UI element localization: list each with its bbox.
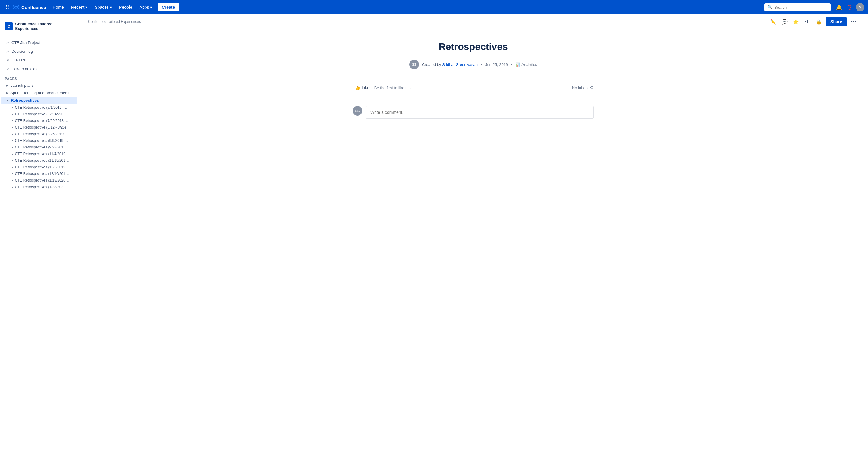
chart-icon: 📊 [516, 62, 520, 67]
like-subtext: Be the first to like this [374, 86, 412, 90]
nav-people[interactable]: People [116, 3, 135, 11]
nav-spaces[interactable]: Spaces ▾ [92, 3, 115, 11]
help-button[interactable]: ❓ [845, 2, 855, 12]
watch-button[interactable]: 👁 [803, 17, 812, 27]
search-box[interactable]: 🔍 [764, 3, 831, 11]
label-icon: 🏷 [590, 85, 594, 90]
sidebar-space-name: Confluence Tailored Experiences [15, 22, 73, 31]
sidebar-page-sprint-planning[interactable]: ▶ Sprint Planning and product meeti... [0, 89, 78, 97]
comment-button[interactable]: 💬 [780, 17, 789, 27]
sidebar-child-10[interactable]: CTE Retrospectives (12/16/201… [0, 170, 78, 177]
star-button[interactable]: ⭐ [791, 17, 801, 27]
breadcrumb-bar: Confluence Tailored Experiences ✏️ 💬 ⭐ 👁… [79, 14, 868, 29]
page-date: Jun 25, 2019 [485, 62, 508, 67]
comment-input[interactable] [366, 106, 594, 119]
external-link-icon: ↗ [6, 50, 9, 54]
comment-section: SS [352, 106, 594, 119]
sidebar-page-launch-plans[interactable]: ▶ Launch plans [0, 81, 78, 89]
sidebar-child-2[interactable]: CTE Retrospective (7/29/2018 … [0, 118, 78, 124]
sidebar-child-9[interactable]: CTE Retrospectives (12/2/2019… [0, 164, 78, 170]
chevron-right-icon: ▶ [6, 91, 8, 95]
sidebar-item-decision-log[interactable]: ↗ Decision log [1, 47, 77, 56]
sidebar-space-header[interactable]: C Confluence Tailored Experiences [0, 19, 78, 34]
layout: C Confluence Tailored Experiences ↗ CTE … [0, 14, 868, 462]
external-link-icon: ↗ [6, 67, 9, 71]
sidebar-child-12[interactable]: CTE Retrospectives (1/28/202… [0, 184, 78, 190]
chevron-down-icon: ▾ [150, 5, 152, 10]
chevron-down-icon: ▼ [6, 99, 9, 102]
sidebar-child-1[interactable]: CTE Retrospective - (7/14/201… [0, 111, 78, 118]
grid-icon[interactable]: ⠿ [4, 2, 11, 12]
sidebar: C Confluence Tailored Experiences ↗ CTE … [0, 14, 79, 462]
top-navigation: ⠿ Confluence Home Recent ▾ Spaces ▾ Peop… [0, 0, 868, 14]
comment-row: SS [352, 106, 594, 119]
chevron-down-icon: ▾ [110, 5, 112, 10]
notifications-button[interactable]: 🔔 [834, 2, 844, 12]
page-meta: SS Created by Sridhar Sreenivasan • Jun … [352, 60, 594, 69]
sidebar-item-how-to[interactable]: ↗ How-to articles [1, 64, 77, 73]
sidebar-child-0[interactable]: CTE Retrospective (7/1/2019 - … [0, 104, 78, 111]
sidebar-item-file-lists[interactable]: ↗ File lists [1, 56, 77, 64]
meta-separator2: • [511, 62, 513, 67]
breadcrumb: Confluence Tailored Experiences [88, 20, 141, 24]
external-link-icon: ↗ [6, 58, 9, 62]
more-options-button[interactable]: ••• [849, 17, 858, 27]
nav-icons: 🔔 ❓ S [834, 2, 864, 12]
nav-apps[interactable]: Apps ▾ [136, 3, 155, 11]
no-labels[interactable]: No labels 🏷 [572, 85, 594, 90]
sidebar-page-retrospectives[interactable]: ▼ Retrospectives [1, 97, 77, 104]
sidebar-child-4[interactable]: CTE Retrospective (8/26/2019 … [0, 131, 78, 137]
logo-text: Confluence [22, 5, 46, 10]
confluence-logo[interactable]: Confluence [12, 4, 46, 11]
page-title: Retrospectives [352, 41, 594, 53]
sidebar-child-7[interactable]: CTE Retrospectives (11/4/2019… [0, 151, 78, 157]
author-avatar: SS [409, 60, 419, 69]
page-meta-text: Created by Sridhar Sreenivasan [422, 62, 478, 67]
commenter-avatar: SS [352, 106, 362, 116]
space-icon: C [5, 22, 13, 30]
sidebar-child-6[interactable]: CTE Retrospectives (9/23/201… [0, 144, 78, 151]
sidebar-child-5[interactable]: CTE Retrospectives (9/9/2019 … [0, 137, 78, 144]
author-name-link[interactable]: Sridhar Sreenivasan [442, 62, 478, 67]
chevron-down-icon: ▾ [85, 5, 87, 10]
page-body: Retrospectives SS Created by Sridhar Sre… [329, 29, 618, 131]
main-content: Confluence Tailored Experiences ✏️ 💬 ⭐ 👁… [79, 14, 868, 462]
thumbs-up-icon: 👍 [355, 85, 360, 90]
meta-separator: • [481, 62, 482, 67]
share-button[interactable]: Share [826, 18, 847, 26]
nav-home[interactable]: Home [50, 3, 67, 11]
sidebar-item-cte-jira[interactable]: ↗ CTE Jira Project [1, 38, 77, 47]
external-link-icon: ↗ [6, 41, 9, 45]
like-button[interactable]: 👍 Like [352, 84, 372, 91]
sidebar-child-3[interactable]: CTE Retrospective (8/12 - 8/25) [0, 124, 78, 131]
like-left: 👍 Like Be the first to like this [352, 84, 411, 91]
restrict-button[interactable]: 🔒 [814, 17, 824, 27]
sidebar-child-11[interactable]: CTE Retrospectives (1/13/2020… [0, 177, 78, 184]
analytics-link[interactable]: 📊 Analytics [516, 62, 537, 67]
sidebar-child-8[interactable]: CTE Retrospectives (11/19/201… [0, 157, 78, 164]
user-avatar[interactable]: S [856, 3, 864, 11]
pages-section-label: PAGES [0, 73, 78, 81]
chevron-right-icon: ▶ [6, 84, 8, 87]
create-button[interactable]: Create [158, 3, 179, 11]
search-icon: 🔍 [767, 5, 772, 10]
edit-button[interactable]: ✏️ [768, 17, 778, 27]
search-input[interactable] [774, 5, 828, 10]
like-bar: 👍 Like Be the first to like this No labe… [352, 79, 594, 96]
nav-recent[interactable]: Recent ▾ [68, 3, 90, 11]
